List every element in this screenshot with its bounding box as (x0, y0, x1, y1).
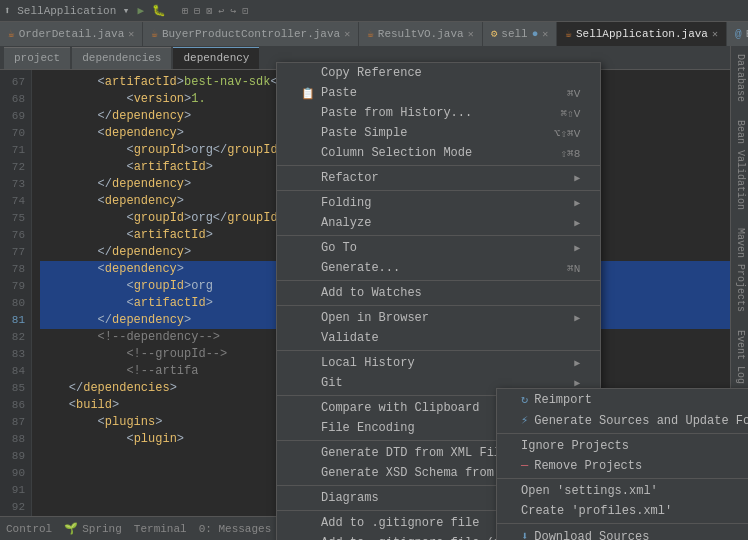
submenu-reimport[interactable]: ↻ Reimport (497, 389, 748, 410)
messages-label: 0: Messages (199, 523, 272, 535)
tab-text: SellApplication.java (576, 28, 708, 40)
menu-paste-history[interactable]: Paste from History... ⌘⇧V (277, 103, 600, 123)
tab-project[interactable]: project (4, 47, 70, 69)
submenu-download-sources[interactable]: ⬇ Download Sources (497, 526, 748, 540)
submenu-ignore-projects[interactable]: Ignore Projects (497, 436, 748, 456)
submenu-remove-projects[interactable]: — Remove Projects (497, 456, 748, 476)
spring-icon: 🌱 (64, 522, 78, 535)
control-label: Control (6, 523, 52, 535)
tab-buyerproductcontroller[interactable]: ☕ BuyerProductController.java ✕ (143, 22, 359, 46)
tab-enablecaching[interactable]: @ EnableCaching.java ✕ (727, 22, 748, 46)
tab-text: BuyerProductController.java (162, 28, 340, 40)
panel-maven-projects[interactable]: Maven Projects (731, 220, 748, 320)
menu-generate[interactable]: Generate... ⌘N (277, 258, 600, 278)
separator-6 (277, 350, 600, 351)
top-bar: ⬆ SellApplication ▾ ▶ 🐛 ⊞ ⊟ ⊠ ↩ ↪ ⊡ (0, 0, 748, 22)
modified-dot: ● (532, 28, 539, 40)
tab-icon: ⚙ (491, 27, 498, 40)
tab-sellapplication[interactable]: ☕ SellApplication.java ✕ (557, 22, 727, 46)
menu-paste-simple[interactable]: Paste Simple ⌥⇧⌘V (277, 123, 600, 143)
tab-close[interactable]: ✕ (542, 28, 548, 40)
bottom-messages[interactable]: 0: Messages (199, 523, 272, 535)
tab-close[interactable]: ✕ (712, 28, 718, 40)
tab-resultvo[interactable]: ☕ ResultVO.java ✕ (359, 22, 482, 46)
menu-local-history[interactable]: Local History ▶ (277, 353, 600, 373)
reimport-icon: ↻ (521, 392, 528, 407)
submenu-open-settings[interactable]: Open 'settings.xml' (497, 481, 748, 501)
bottom-spring[interactable]: 🌱 Spring (64, 522, 122, 535)
separator-1 (277, 165, 600, 166)
menu-add-watches[interactable]: Add to Watches (277, 283, 600, 303)
tab-label: ☕ (8, 27, 15, 40)
tab-dependencies[interactable]: dependencies (72, 47, 171, 69)
menu-validate[interactable]: Validate (277, 328, 600, 348)
toolbar-icons: ⊞ ⊟ ⊠ ↩ ↪ ⊡ (182, 5, 248, 17)
tab-dependency[interactable]: dependency (173, 47, 259, 69)
submenu-generate-sources[interactable]: ⚡ Generate Sources and Update Folders (497, 410, 748, 431)
maven-sep-1 (497, 433, 748, 434)
tab-orderdetail[interactable]: ☕ OrderDetail.java ✕ (0, 22, 143, 46)
separator-3 (277, 235, 600, 236)
tab-close[interactable]: ✕ (344, 28, 350, 40)
tab-close[interactable]: ✕ (128, 28, 134, 40)
separator-4 (277, 280, 600, 281)
menu-folding[interactable]: Folding ▶ (277, 193, 600, 213)
menu-column-selection[interactable]: Column Selection Mode ⇧⌘8 (277, 143, 600, 163)
bottom-terminal[interactable]: Terminal (134, 523, 187, 535)
menu-refactor[interactable]: Refactor ▶ (277, 168, 600, 188)
generate-icon: ⚡ (521, 413, 528, 428)
tab-text: ResultVO.java (378, 28, 464, 40)
debug-button[interactable]: 🐛 (152, 4, 166, 17)
separator-5 (277, 305, 600, 306)
tab-text: OrderDetail.java (19, 28, 125, 40)
menu-goto[interactable]: Go To ▶ (277, 238, 600, 258)
submenu-create-profiles[interactable]: Create 'profiles.xml' (497, 501, 748, 521)
terminal-label: Terminal (134, 523, 187, 535)
menu-analyze[interactable]: Analyze ▶ (277, 213, 600, 233)
tab-icon: @ (735, 28, 742, 40)
menu-paste[interactable]: 📋Paste ⌘V (277, 83, 600, 103)
maven-sep-2 (497, 478, 748, 479)
tab-label: ☕ (151, 27, 158, 40)
separator-2 (277, 190, 600, 191)
tab-sell[interactable]: ⚙ sell ● ✕ (483, 22, 558, 46)
menu-copy-reference[interactable]: Copy Reference (277, 63, 600, 83)
tab-label: dependency (183, 52, 249, 64)
maven-submenu: ↻ Reimport ⚡ Generate Sources and Update… (496, 388, 748, 540)
tab-label: ☕ (367, 27, 374, 40)
spring-label: Spring (82, 523, 122, 535)
maven-sep-3 (497, 523, 748, 524)
tab-label: ☕ (565, 27, 572, 40)
app-title: ⬆ SellApplication ▾ ▶ 🐛 ⊞ ⊟ ⊠ ↩ ↪ ⊡ (4, 4, 248, 17)
bottom-control[interactable]: Control (6, 523, 52, 535)
panel-bean-validation[interactable]: Bean Validation (731, 112, 748, 218)
editor-tabs: ☕ OrderDetail.java ✕ ☕ BuyerProductContr… (0, 22, 748, 46)
panel-event-log[interactable]: Event Log (731, 322, 748, 392)
menu-open-browser[interactable]: Open in Browser ▶ (277, 308, 600, 328)
tab-close[interactable]: ✕ (468, 28, 474, 40)
line-numbers: 67686970 71727374 75767778 798081 828384… (0, 70, 32, 516)
download-sources-icon: ⬇ (521, 529, 528, 540)
tab-label: dependencies (82, 52, 161, 64)
tab-text: sell (501, 28, 527, 40)
remove-icon: — (521, 459, 528, 473)
app-name: ⬆ SellApplication ▾ (4, 4, 129, 17)
run-button[interactable]: ▶ (137, 4, 144, 17)
tab-label: project (14, 52, 60, 64)
panel-database[interactable]: Database (731, 46, 748, 110)
